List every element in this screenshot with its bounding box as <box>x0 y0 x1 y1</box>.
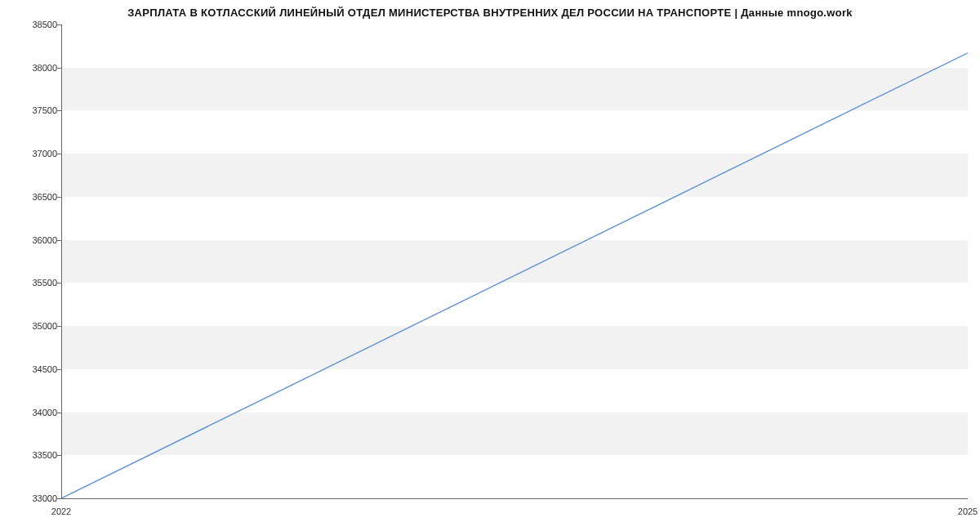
y-tick-label: 34500 <box>8 364 57 374</box>
y-tick-label: 33000 <box>8 493 57 503</box>
y-tick-label: 35500 <box>8 278 57 288</box>
y-tick-label: 36000 <box>8 235 57 245</box>
y-tick-mark <box>57 369 61 370</box>
y-tick-mark <box>57 68 61 69</box>
chart-line-svg <box>61 25 968 498</box>
y-tick-label: 34000 <box>8 408 57 417</box>
y-tick-mark <box>57 154 61 154</box>
y-tick-mark <box>57 455 61 456</box>
x-tick-label: 2022 <box>51 506 71 516</box>
chart-title: ЗАРПЛАТА В КОТЛАССКИЙ ЛИНЕЙНЫЙ ОТДЕЛ МИН… <box>0 7 980 19</box>
y-tick-label: 38500 <box>8 20 57 29</box>
y-tick-label: 35000 <box>8 321 57 331</box>
y-tick-mark <box>57 25 61 25</box>
plot-area <box>61 25 968 498</box>
y-tick-label: 33500 <box>8 450 57 460</box>
y-tick-mark <box>57 240 61 241</box>
y-tick-mark <box>57 498 61 499</box>
y-tick-mark <box>57 413 61 413</box>
y-tick-label: 38000 <box>8 63 57 73</box>
y-tick-mark <box>57 110 61 111</box>
y-tick-label: 37500 <box>8 105 57 115</box>
y-tick-mark <box>57 197 61 198</box>
chart-line <box>61 53 968 498</box>
y-tick-label: 37000 <box>8 149 57 158</box>
y-tick-label: 36500 <box>8 192 57 202</box>
x-tick-label: 2025 <box>958 506 978 516</box>
y-axis-line <box>61 25 62 498</box>
chart-container: ЗАРПЛАТА В КОТЛАССКИЙ ЛИНЕЙНЫЙ ОТДЕЛ МИН… <box>0 0 980 531</box>
x-axis-line <box>61 498 968 499</box>
y-tick-mark <box>57 326 61 327</box>
y-tick-mark <box>57 283 61 283</box>
